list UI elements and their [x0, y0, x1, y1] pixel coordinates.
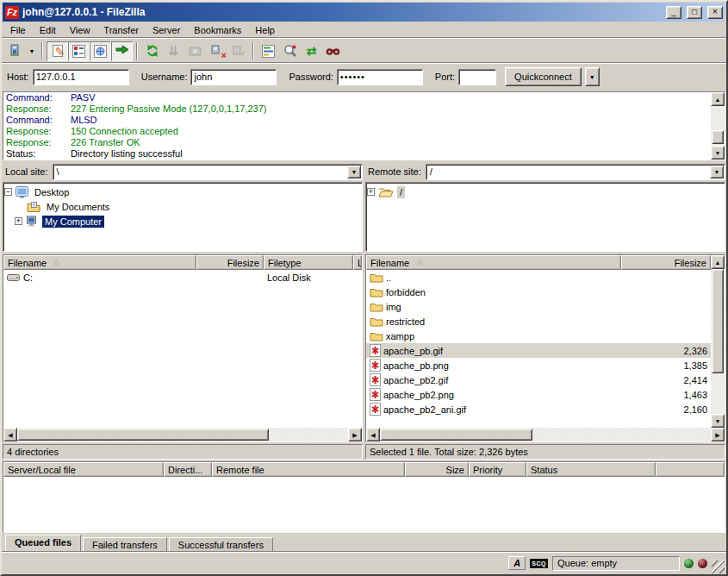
tab-successful-transfers[interactable]: Successful transfers [169, 537, 273, 552]
column-header-direction[interactable]: Directi... [164, 462, 212, 477]
local-horizontal-scrollbar[interactable]: ◀ ▶ [3, 428, 362, 441]
scroll-left-icon[interactable]: ◀ [3, 428, 17, 441]
chevron-down-icon[interactable]: ▼ [710, 166, 724, 178]
speed-limits-icon[interactable]: SCQ [530, 559, 548, 568]
scroll-thumb[interactable] [17, 429, 269, 441]
collapse-icon[interactable]: − [4, 188, 12, 196]
menu-bookmarks[interactable]: Bookmarks [187, 23, 248, 37]
local-list-body: C: Local Disk [3, 270, 362, 428]
remote-row-file[interactable]: apache_pb2.png 1,463 [366, 387, 711, 402]
scroll-thumb[interactable] [380, 429, 532, 441]
remote-row-folder[interactable]: forbidden [366, 285, 711, 299]
menu-edit[interactable]: Edit [33, 23, 63, 37]
column-header-filename[interactable]: Filename [366, 255, 621, 270]
column-header-filename[interactable]: Filename [3, 255, 196, 270]
remote-row-file[interactable]: apache_pb2.gif 2,414 [366, 373, 711, 387]
tree-item-desktop[interactable]: − Desktop [4, 185, 361, 199]
host-input[interactable] [33, 69, 129, 85]
remote-horizontal-scrollbar[interactable]: ◀ ▶ [366, 428, 725, 441]
minimize-button[interactable]: _ [666, 6, 681, 19]
quickconnect-button[interactable]: Quickconnect [505, 67, 582, 86]
menu-help[interactable]: Help [248, 23, 282, 37]
password-input[interactable] [337, 69, 423, 85]
expand-icon[interactable]: + [367, 188, 375, 196]
remote-pane: Remote site: / ▼ + / [365, 163, 725, 460]
remote-vertical-scrollbar[interactable]: ▲ ▼ [711, 255, 725, 428]
tree-item-my-documents[interactable]: My Documents [4, 199, 361, 214]
quickconnect-dropdown[interactable]: ▼ [585, 67, 600, 86]
log-line: Command:PASV [3, 92, 725, 103]
username-input[interactable] [190, 69, 277, 85]
menu-file[interactable]: File [3, 23, 33, 37]
site-manager-button[interactable] [4, 41, 26, 61]
scroll-left-icon[interactable]: ◀ [366, 428, 380, 441]
cancel-operation-button[interactable] [184, 41, 206, 61]
remote-row-file[interactable]: apache_pb2_ani.gif 2,160 [366, 402, 711, 416]
close-button[interactable]: × [707, 6, 723, 19]
desktop-icon [16, 186, 28, 198]
remote-site-value: / [430, 166, 432, 177]
column-header-filetype[interactable]: Filetype [264, 255, 353, 270]
scroll-right-icon[interactable]: ▶ [348, 428, 362, 441]
scroll-thumb[interactable] [712, 130, 724, 144]
reconnect-button[interactable] [227, 41, 249, 61]
remote-site-label: Remote site: [365, 166, 426, 177]
find-files-button[interactable] [322, 41, 344, 61]
remote-row-file-selected[interactable]: apache_pb.gif 2,326 [366, 343, 711, 358]
refresh-button[interactable] [141, 41, 163, 61]
scroll-thumb[interactable] [712, 269, 724, 373]
column-header-priority[interactable]: Priority [469, 462, 526, 477]
folder-icon [370, 316, 383, 327]
remote-list-header: Filename Filesize [366, 255, 711, 270]
column-header-remote-file[interactable]: Remote file [212, 462, 405, 477]
scroll-down-icon[interactable]: ▼ [711, 146, 725, 160]
directory-comparison-button[interactable] [279, 41, 301, 61]
maximize-button[interactable]: □ [687, 6, 702, 19]
remote-row-folder[interactable]: img [366, 299, 711, 314]
toggle-message-log-button[interactable]: ✎ [47, 41, 68, 61]
directory-comparison-icon [283, 44, 297, 58]
port-input[interactable] [458, 69, 496, 85]
toggle-remote-tree-button[interactable] [90, 41, 111, 61]
menu-server[interactable]: Server [146, 23, 187, 37]
process-queue-button[interactable]: ⇊ [163, 41, 184, 61]
column-header-server-local-file[interactable]: Server/Local file [3, 462, 164, 477]
tab-queued-files[interactable]: Queued files [5, 535, 81, 552]
disconnect-button[interactable]: × [206, 41, 227, 61]
column-header-status[interactable]: Status [526, 462, 656, 477]
chevron-down-icon[interactable]: ▼ [347, 166, 361, 178]
remote-row-file[interactable]: apache_pb.png 1,385 [366, 358, 711, 373]
menu-view[interactable]: View [63, 23, 97, 37]
scroll-up-icon[interactable]: ▲ [711, 92, 725, 106]
tab-failed-transfers[interactable]: Failed transfers [83, 537, 167, 552]
scroll-up-icon[interactable]: ▲ [711, 255, 725, 269]
expand-icon[interactable]: + [15, 217, 22, 225]
site-manager-dropdown[interactable]: ▼ [26, 41, 38, 61]
remote-row-folder[interactable]: restricted [366, 314, 711, 329]
remote-row-parent-dir[interactable]: .. [366, 270, 711, 285]
column-header-last-modified[interactable]: L [353, 255, 362, 270]
sort-ascending-icon [53, 260, 60, 266]
remote-treeview-icon [94, 45, 107, 58]
cancel-operation-icon [189, 46, 202, 57]
tree-item-root[interactable]: + / [367, 185, 724, 199]
toggle-local-tree-button[interactable] [68, 41, 90, 61]
local-site-combo[interactable]: \ ▼ [53, 164, 363, 180]
remote-file-list: Filename Filesize .. forbidden [365, 254, 725, 442]
column-header-filesize[interactable]: Filesize [621, 255, 711, 270]
remote-site-combo[interactable]: / ▼ [426, 164, 725, 180]
column-header-filesize[interactable]: Filesize [196, 255, 264, 270]
scroll-right-icon[interactable]: ▶ [711, 428, 725, 441]
local-row-c-drive[interactable]: C: Local Disk [3, 270, 362, 285]
transfer-type-icon[interactable]: A [508, 556, 526, 570]
menu-transfer[interactable]: Transfer [96, 23, 146, 37]
toggle-transfer-queue-button[interactable] [111, 41, 133, 61]
scroll-down-icon[interactable]: ▼ [711, 414, 725, 428]
column-header-size[interactable]: Size [405, 462, 469, 477]
synchronized-browsing-button[interactable]: ⇄ [301, 41, 322, 61]
log-scrollbar[interactable]: ▲ ▼ [711, 92, 725, 160]
tree-item-my-computer[interactable]: + My Computer [4, 214, 361, 229]
directory-listing-filters-button[interactable] [258, 41, 279, 61]
remote-row-folder[interactable]: xampp [366, 329, 711, 343]
resize-grip[interactable] [712, 560, 725, 573]
